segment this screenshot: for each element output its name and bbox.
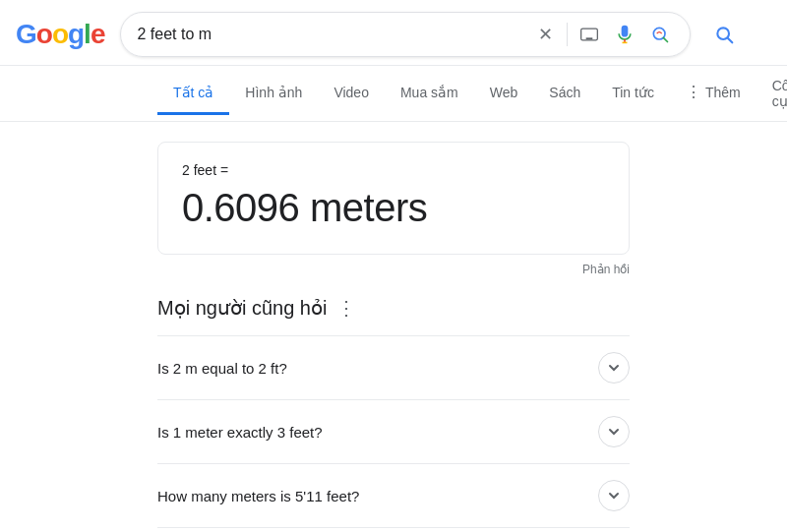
faq-expand-icon-3[interactable] [598,480,630,511]
tab-video[interactable]: Video [318,73,385,115]
faq-expand-icon-1[interactable] [598,352,630,384]
tools-button[interactable]: Công cụ [757,66,787,121]
tab-tin-tuc[interactable]: Tin tức [596,73,670,115]
main-content: 2 feet = 0.6096 meters Phản hồi Mọi ngườ… [0,122,787,532]
conversion-label: 2 feet = [182,162,605,178]
vertical-divider [567,23,568,46]
tab-web[interactable]: Web [474,73,534,115]
chevron-down-icon [606,360,622,376]
faq-item-3[interactable]: How many meters is 5'11 feet? [157,464,630,528]
voice-button[interactable] [611,21,638,48]
faq-question-1: Is 2 m equal to 2 ft? [157,360,287,377]
paa-menu-icon[interactable]: ⋮ [336,296,356,320]
conversion-result: 0.6096 meters [182,186,605,230]
paa-header: Mọi người cũng hỏi ⋮ [157,296,630,320]
search-icon-group: ✕ [531,21,674,48]
tab-hinh-anh[interactable]: Hình ảnh [229,73,318,115]
search-input[interactable]: 2 feet to m [137,26,521,43]
faq-question-3: How many meters is 5'11 feet? [157,488,359,504]
tab-tat-ca[interactable]: Tất cả [157,73,229,115]
paa-title: Mọi người cũng hỏi [157,296,327,320]
faq-expand-icon-2[interactable] [598,416,630,447]
conversion-feedback-link[interactable]: Phản hồi [157,263,630,276]
three-dots-icon: ⋮ [686,83,701,101]
keyboard-icon [579,25,599,44]
lens-button[interactable] [646,21,674,48]
faq-item-1[interactable]: Is 2 m equal to 2 ft? [157,335,630,400]
tab-sach[interactable]: Sách [533,73,596,115]
more-tabs-button[interactable]: ⋮ Thêm [670,71,757,116]
faq-item-2[interactable]: Is 1 meter exactly 3 feet? [157,400,630,464]
header: Google 2 feet to m ✕ [0,0,787,66]
google-logo[interactable]: Google [16,19,104,50]
keyboard-button[interactable] [575,21,603,48]
search-bar: 2 feet to m ✕ [120,12,691,57]
tab-mua-sam[interactable]: Mua sắm [385,73,474,115]
close-icon: ✕ [538,24,553,45]
chevron-down-icon [606,488,622,503]
search-icon [714,25,734,44]
microphone-icon [615,25,635,44]
faq-item-4[interactable]: How deep is 2 feet in meters? [157,528,630,532]
more-label: Thêm [705,85,741,100]
navigation-tabs: Tất cả Hình ảnh Video Mua sắm Web Sách T… [0,66,787,122]
svg-line-14 [728,38,733,43]
clear-button[interactable]: ✕ [531,21,559,48]
faq-question-2: Is 1 meter exactly 3 feet? [157,424,323,441]
search-button[interactable] [706,17,742,52]
faq-list: Is 2 m equal to 2 ft? Is 1 meter exactly… [157,335,630,532]
lens-icon [650,25,670,44]
conversion-box: 2 feet = 0.6096 meters [157,142,630,255]
chevron-down-icon [606,424,622,440]
